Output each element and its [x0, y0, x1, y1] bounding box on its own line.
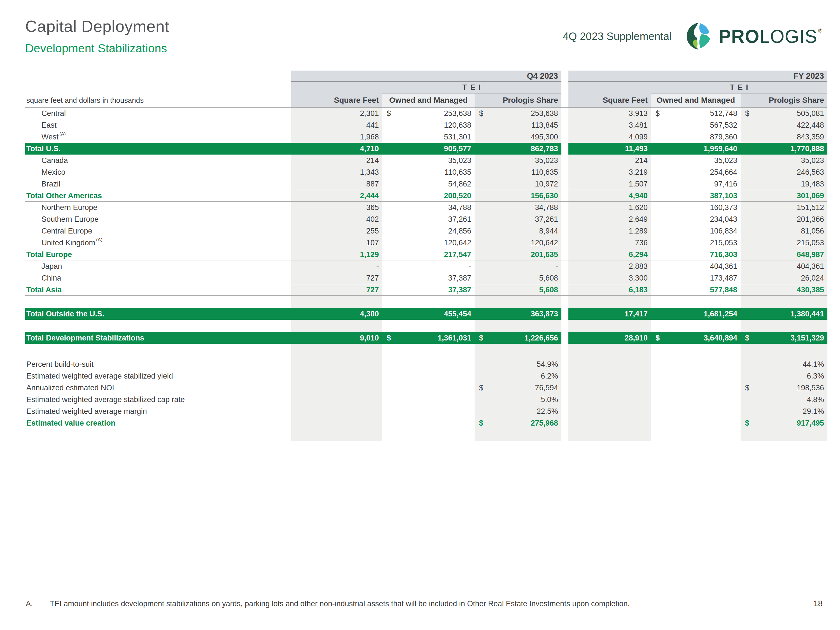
cell-q4-sf: [291, 406, 382, 417]
cell-fy-ps: 843,359: [741, 131, 827, 143]
cell-fy-sf: 3,219: [568, 166, 651, 178]
cell-fy-om: $512,748: [651, 107, 741, 119]
cell-fy-sf: 736: [568, 237, 651, 249]
tei-header-row: T E I T E I: [25, 82, 827, 93]
footnote-ref: (A): [96, 237, 103, 242]
cell-fy-om: 387,103: [651, 190, 741, 201]
cell-fy-om: [651, 406, 741, 417]
fy-owned-managed-header: Owned and Managed: [651, 93, 741, 107]
block-gap: [561, 155, 568, 166]
cell-fy-ps: 6.3%: [741, 370, 827, 382]
cell-fy-sf: [568, 429, 651, 441]
cell-fy-ps: 201,366: [741, 213, 827, 225]
cell-q4-sf: 402: [291, 213, 382, 225]
cell-value: 201,366: [797, 216, 824, 223]
row-label: Southern Europe: [25, 213, 291, 225]
cell-fy-om: 879,360: [651, 131, 741, 143]
cell-value: 402: [366, 216, 379, 223]
cell-fy-sf: 17,417: [568, 308, 651, 320]
cell-q4-ps: 22.5%: [475, 406, 561, 417]
row-label: Northern Europe: [25, 202, 291, 213]
cell-value: 214: [635, 157, 647, 164]
cell-value: 10,972: [535, 180, 558, 188]
cell-value: 2,883: [628, 263, 647, 270]
cell-fy-sf: 11,493: [568, 143, 651, 155]
cell-q4-ps: 201,635: [475, 249, 561, 260]
cell-value: 4,710: [360, 145, 379, 153]
cell-fy-sf: 1,289: [568, 225, 651, 237]
cell-value: 4.8%: [807, 396, 824, 403]
cell-value: 234,043: [710, 216, 737, 223]
row-label: Japan: [25, 261, 291, 272]
row-estimated-weighted-average-stabilized-cap-rate: Estimated weighted average stabilized ca…: [25, 394, 827, 406]
cell-q4-sf: [291, 320, 382, 332]
row-northern-europe: Northern Europe36534,78834,7881,620160,3…: [25, 202, 827, 213]
cell-fy-sf: [568, 320, 651, 332]
cell-fy-sf: 1,620: [568, 202, 651, 213]
cell-value: 107: [366, 239, 379, 247]
cell-value: 200,520: [444, 192, 471, 200]
dollar-sign: $: [741, 110, 749, 117]
cell-fy-om: $3,640,894: [651, 332, 741, 344]
units-label: square feet and dollars in thousands: [25, 93, 291, 107]
block-gap: [561, 71, 568, 82]
cell-q4-om: 37,387: [382, 272, 475, 284]
cell-value: 1,959,640: [704, 145, 737, 153]
cell-value: 862,783: [531, 145, 558, 153]
cell-value: 35,023: [448, 157, 471, 164]
cell-q4-sf: 365: [291, 202, 382, 213]
cell-value: 255: [366, 227, 379, 235]
cell-value: 5,608: [539, 286, 558, 294]
cell-fy-ps: 44.1%: [741, 358, 827, 370]
cell-fy-sf: 4,099: [568, 131, 651, 143]
fy-period-header: FY 2023: [568, 71, 827, 82]
cell-q4-ps: 120,642: [475, 237, 561, 249]
row-label: Central: [25, 107, 291, 119]
cell-fy-ps: 301,069: [741, 190, 827, 201]
cell-fy-sf: [568, 417, 651, 429]
cell-value: 422,448: [797, 122, 824, 129]
cell-fy-om: 234,043: [651, 213, 741, 225]
cell-value: 35,023: [714, 157, 737, 164]
row-canada: Canada21435,02335,02321435,02335,023: [25, 155, 827, 166]
dollar-sign: $: [382, 334, 391, 342]
cell-value: 254,664: [710, 169, 737, 176]
cell-q4-ps: -: [475, 261, 561, 272]
cell-q4-om: 37,387: [382, 284, 475, 295]
cell-fy-om: [651, 320, 741, 332]
cell-value: 1,129: [360, 251, 379, 259]
cell-q4-om: 120,642: [382, 237, 475, 249]
cell-fy-om: [651, 370, 741, 382]
cell-value: 173,487: [710, 275, 737, 282]
cell-q4-om: $253,638: [382, 107, 475, 119]
dollar-sign: $: [475, 110, 483, 117]
cell-fy-ps: 19,483: [741, 178, 827, 190]
cell-q4-om: 217,547: [382, 249, 475, 260]
cell-value: 1,361,031: [437, 334, 471, 342]
cell-q4-sf: [291, 417, 382, 429]
footnote-ref: (A): [59, 132, 66, 136]
cell-q4-om: -: [382, 261, 475, 272]
row-central: Central2,301$253,638$253,6383,913$512,74…: [25, 107, 827, 119]
cell-value: 3,481: [628, 122, 647, 129]
block-gap: [561, 406, 568, 417]
cell-fy-ps: [741, 296, 827, 308]
row-brazil: Brazil88754,86210,9721,50797,41619,483: [25, 178, 827, 190]
cell-value: 4,099: [628, 133, 647, 141]
cell-q4-om: [382, 296, 475, 308]
cell-value: 505,081: [797, 110, 824, 117]
cell-q4-sf: 2,301: [291, 107, 382, 119]
row-southern-europe: Southern Europe40237,26137,2612,649234,0…: [25, 213, 827, 225]
cell-q4-sf: 727: [291, 284, 382, 295]
dollar-sign: $: [475, 384, 483, 392]
doc-label: 4Q 2023 Supplemental: [563, 30, 672, 43]
cell-value: 35,023: [535, 157, 558, 164]
q4-prologis-share-header: Prologis Share: [475, 93, 561, 107]
cell-fy-ps: 26,024: [741, 272, 827, 284]
cell-q4-ps: [475, 296, 561, 308]
cell-q4-om: [382, 370, 475, 382]
cell-fy-ps: $505,081: [741, 107, 827, 119]
cell-value: 9,010: [360, 334, 379, 342]
cell-value: 54.9%: [537, 361, 558, 368]
cell-value: 22.5%: [537, 408, 558, 415]
